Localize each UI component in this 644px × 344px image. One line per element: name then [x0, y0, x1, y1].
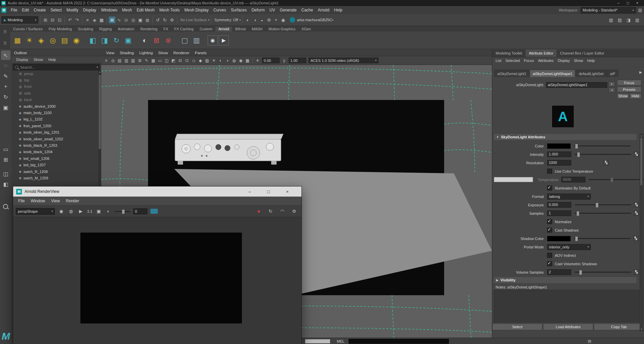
outliner-item[interactable]: ◈ led_small_1206 [11, 155, 98, 162]
outliner-item[interactable]: ▦ side [11, 90, 98, 96]
exposure-field[interactable]: 0.00 [262, 58, 280, 63]
attribute-editor-menu-item[interactable]: Display [556, 59, 572, 63]
isolate-select-icon[interactable]: ◉ [238, 57, 244, 64]
render-current-frame-icon[interactable]: ◑ [251, 16, 258, 23]
menu-item[interactable]: Edit Mesh [134, 6, 157, 14]
shelf-tab[interactable]: Motion Graphics [265, 27, 298, 32]
shelf-tab[interactable]: Rigging [96, 27, 115, 32]
texture-map-icon[interactable] [634, 270, 639, 275]
samples-slider[interactable] [575, 211, 631, 216]
outliner-item[interactable]: ◈ audio_device_1000 [11, 103, 98, 109]
scroll-up-icon[interactable]: ▲ [98, 70, 101, 74]
outliner-item[interactable]: ◈ knob_black_1204 [11, 149, 98, 155]
menu-item[interactable]: Mesh Display [182, 6, 211, 14]
close-window-button[interactable] [633, 1, 642, 5]
user-account-menu[interactable]: artur.machuraGBZ5C [290, 17, 333, 23]
store-image-icon[interactable]: ◍ [68, 208, 74, 215]
workspace-selector[interactable]: Modeling - Standard* [581, 7, 636, 13]
display-slider[interactable] [115, 209, 130, 214]
command-input[interactable] [349, 339, 449, 344]
viewport-menu-item[interactable]: Renderer [171, 51, 192, 55]
outliner-item[interactable]: ◈ main_body_1100 [11, 109, 98, 116]
arnold-tx-manager-icon[interactable]: ▢ [179, 35, 190, 46]
select-tool[interactable]: ↖ [1, 50, 10, 60]
arnold-standin-icon[interactable]: ◧ [87, 35, 98, 46]
toggle-channel-box-icon[interactable]: ▥ [634, 16, 641, 23]
arnold-flush-texture-cache-icon[interactable]: ⊗ [163, 35, 174, 46]
shelf-tab[interactable]: Curves / Surfaces [10, 27, 45, 32]
arnold-physical-sky-icon[interactable]: ◉ [71, 35, 82, 46]
menu-item[interactable]: File [8, 6, 20, 14]
menu-item[interactable]: Help [332, 6, 345, 14]
texture-map-icon[interactable] [604, 160, 609, 165]
outliner-menu-item[interactable]: Show [32, 58, 45, 62]
exposure-icon[interactable]: ☀ [254, 57, 261, 64]
renderview-menu-item[interactable]: File [15, 199, 28, 203]
menu-item[interactable]: Windows [99, 6, 120, 14]
menu-item[interactable]: Cache [299, 6, 315, 14]
outliner-item[interactable]: ▦ persp [11, 70, 98, 77]
hypershade-icon[interactable]: ◓ [273, 16, 279, 23]
outliner-item[interactable]: ◈ swich_M_1209 [11, 175, 98, 181]
arnold-render-view-window[interactable]: Arnold RenderView FileWindowViewRender p… [13, 186, 302, 344]
normalize-checkbox[interactable] [547, 219, 552, 224]
undo-icon[interactable]: ↶ [67, 16, 73, 23]
shelf-tab[interactable]: Poly Modeling [45, 27, 75, 32]
rotate-tool[interactable]: ↻ [1, 92, 10, 102]
shaded-icon[interactable]: ◆ [197, 57, 204, 64]
lasso-select-tool[interactable]: ◌ [1, 61, 10, 70]
attribute-editor-menu-item[interactable]: Show [572, 59, 585, 63]
snap-to-grids-icon[interactable]: ⊞ [109, 16, 115, 23]
temperature-field[interactable]: 6500 [561, 177, 585, 182]
menu-item[interactable]: Modify [64, 6, 80, 14]
scroll-up-icon[interactable]: ▲ [640, 134, 643, 137]
intensity-slider[interactable] [575, 152, 631, 157]
color-management-icon[interactable] [150, 209, 158, 214]
scale-tool[interactable]: ▣ [1, 103, 10, 112]
maximize-window-button[interactable] [623, 1, 633, 5]
script-editor-icon[interactable]: ▤ [587, 339, 592, 344]
snap-to-points-icon[interactable]: ⊙ [123, 16, 130, 23]
shelf-menu-icon[interactable]: ☰ [3, 41, 7, 45]
gate-mask-icon[interactable]: ◩ [170, 57, 177, 64]
select-component-mode-icon[interactable]: ▩ [98, 16, 105, 23]
viewport-menu-item[interactable]: Show [155, 51, 171, 55]
construction-history-icon[interactable]: ⚙ [169, 16, 175, 23]
outliner-item[interactable]: ◈ knob_silver_big_1201 [11, 129, 98, 136]
more-tabs-icon[interactable]: ▶ [639, 70, 642, 74]
arnold-sequence-render-icon[interactable]: ▶ [219, 35, 229, 45]
arnold-light-portal-icon[interactable]: ▤ [59, 35, 70, 46]
notes-textarea[interactable] [494, 290, 641, 322]
zoom-ratio-label[interactable]: 1:1 [87, 209, 92, 213]
grease-pencil-icon[interactable]: ✎ [143, 57, 150, 64]
shelf-tab[interactable]: Arnold [215, 27, 232, 32]
cast-volumetric-shadows-checkbox[interactable] [547, 261, 552, 266]
arnold-render-icon[interactable]: ◐ [139, 35, 150, 46]
viewport-menu-item[interactable]: Lighting [137, 51, 155, 55]
camera-attributes-icon[interactable]: ▤ [116, 57, 123, 64]
launch-arnold-renderview-icon[interactable]: ◉ [280, 16, 286, 23]
xray-icon[interactable]: ▩ [244, 57, 251, 64]
textured-icon[interactable]: ▨ [204, 57, 210, 64]
node-tab[interactable]: defaultLightSet [576, 70, 606, 77]
field-chart-icon[interactable]: ⊟ [177, 57, 183, 64]
outliner-menu-item[interactable]: Help [46, 58, 58, 62]
portal-mode-dropdown[interactable]: interior_only [547, 244, 591, 250]
gamma-field[interactable]: 1.00 [289, 58, 306, 63]
attribute-editor-menu-item[interactable]: Focus [522, 59, 536, 63]
exposure-slider[interactable] [575, 202, 631, 207]
volume-samples-field[interactable]: 2 [547, 269, 571, 275]
color-slider[interactable] [574, 143, 631, 148]
shelf-tab[interactable]: Animation [115, 27, 137, 32]
arnold-mesh-light-icon[interactable]: ◈ [36, 35, 46, 46]
shelf-tab[interactable]: Rendering [137, 27, 160, 32]
viewport-menu-item[interactable]: Shading [117, 51, 137, 55]
command-language-toggle[interactable]: MEL [337, 339, 345, 343]
outliner-title[interactable]: Outliner [11, 49, 101, 56]
close-icon[interactable] [278, 189, 297, 194]
input-connections-icon[interactable]: ↺ [154, 16, 161, 23]
menu-item[interactable]: Deform [249, 6, 267, 14]
render-settings-icon[interactable]: ⚙ [265, 16, 272, 23]
attribute-editor-button[interactable]: Copy Tab [594, 323, 644, 330]
move-tool[interactable]: + [1, 82, 10, 91]
